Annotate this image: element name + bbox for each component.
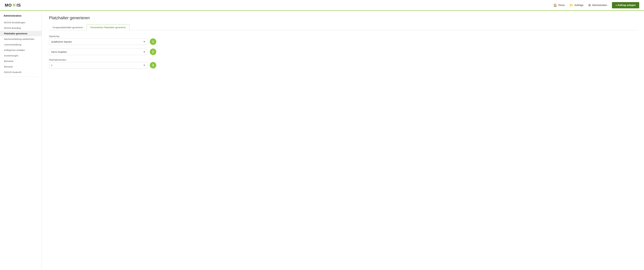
sidebar-item-biometrie[interactable]: Biometrie — [0, 58, 42, 64]
signaturtyp-select-wrapper: Qualifizierte Signatur Einfache Signatur… — [49, 39, 147, 45]
logo-text-right: IS — [16, 3, 21, 8]
tabs: Gruppenplatzhalter generieren Persönlich… — [49, 25, 637, 30]
nav-administration[interactable]: ⚙ Administration — [588, 4, 607, 7]
logo-arrow-icon: ✕ — [12, 3, 16, 8]
sidebar-item-moxis-einstellungen[interactable]: MOXIS Einstellungen — [0, 20, 42, 25]
signaturtyp-select[interactable]: Qualifizierte Signatur Einfache Signatur… — [49, 39, 147, 45]
sidebar-item-platzhalter-generieren[interactable]: Platzhalter generieren — [0, 31, 42, 36]
sidebar-item-kolleginnen-einladen[interactable]: KollegInnen einladen — [0, 47, 42, 53]
name-select[interactable]: Name eingeben — [49, 49, 147, 55]
signaturtyp-group: Qualifizierte Signatur Einfache Signatur… — [49, 38, 156, 45]
sidebar-item-moxis-branding[interactable]: MOXIS Branding — [0, 25, 42, 31]
name-select-wrapper: Name eingeben ▼ — [49, 49, 147, 55]
platzhalteriteration-select[interactable]: 1 2 3 4 5 — [49, 62, 147, 69]
home-icon: 🏠 — [553, 4, 557, 7]
main-content: Platzhalter generieren Gruppenplatzhalte… — [42, 11, 644, 270]
gear-icon: ⚙ — [588, 4, 591, 7]
sidebar-item-dsgvo-auskunft[interactable]: DSGVO Auskunft — [0, 69, 42, 75]
platzhalteriteration-group: 1 2 3 4 5 ▼ 3 — [49, 62, 156, 69]
nav-home-label: Home — [558, 4, 565, 7]
name-group: Name eingeben ▼ 2 — [49, 49, 156, 55]
nav-home[interactable]: 🏠 Home — [553, 4, 565, 7]
nav-administration-label: Administration — [592, 4, 607, 7]
sidebar-item-benutzer[interactable]: Benutzer — [0, 64, 42, 69]
sidebar-title: Administration — [0, 14, 42, 20]
layout: Administration MOXIS Einstellungen MOXIS… — [0, 11, 644, 270]
step-badge-2: 2 — [150, 49, 156, 55]
nav-auftraege[interactable]: 📁 Aufträge — [570, 4, 583, 7]
step-badge-1: 1 — [150, 38, 156, 45]
nav-auftraege-label: Aufträge — [574, 4, 583, 7]
sidebar-item-auswertungen[interactable]: Auswertungen — [0, 53, 42, 58]
signaturtyp-label: Signaturtyp — [49, 35, 156, 38]
sidebar-item-nachverarbeitung-wiederholen[interactable]: Nachverarbeitung wiederholen — [0, 36, 42, 42]
tab-gruppenplatzhalter[interactable]: Gruppenplatzhalter generieren — [49, 25, 87, 30]
create-order-button[interactable]: + Auftrag anlegen — [612, 2, 639, 8]
sidebar: Administration MOXIS Einstellungen MOXIS… — [0, 11, 42, 270]
logo: MO ✕ IS — [5, 3, 21, 8]
logo-text-left: MO — [5, 3, 12, 8]
folder-icon: 📁 — [570, 4, 573, 7]
platzhalteriteration-select-wrapper: 1 2 3 4 5 ▼ — [49, 62, 147, 69]
tab-persoenlicher-platzhalter[interactable]: Persönlichen Platzhalter generieren — [87, 25, 130, 30]
platzhalteriteration-label: Platzhalteriteration — [49, 59, 156, 61]
page-title: Platzhalter generieren — [49, 16, 637, 20]
main-nav: 🏠 Home 📁 Aufträge ⚙ Administration + Auf… — [553, 2, 639, 8]
step-badge-3: 3 — [150, 62, 156, 69]
form-section: Signaturtyp Qualifizierte Signatur Einfa… — [49, 35, 156, 69]
sidebar-item-lizenzverwaltung[interactable]: Lizenzverwaltung — [0, 42, 42, 47]
header: MO ✕ IS 🏠 Home 📁 Aufträge ⚙ Administrati… — [0, 0, 644, 11]
